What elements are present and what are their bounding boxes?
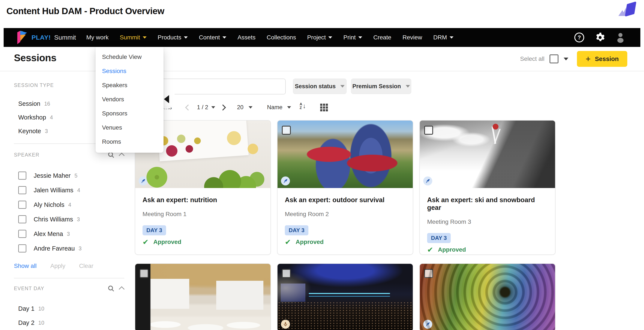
count-badge: 10 [38,320,44,326]
card-title: Ask an expert: outdoor survival [285,196,406,204]
speaker-item[interactable]: Aly Nichols 4 [14,197,124,212]
window-title: Content Hub DAM - Product Overview [6,6,164,16]
menu-item-schedule-view[interactable]: Schedule View [96,50,164,64]
card-image [420,121,555,188]
speaker-checkbox[interactable] [18,244,26,253]
speaker-checkbox[interactable] [18,201,26,209]
next-page-icon[interactable] [220,104,226,110]
speaker-item[interactable]: Alex Mena 3 [14,227,124,241]
prev-page-icon[interactable] [185,104,191,110]
add-session-label: Session [595,55,619,62]
content-hub-logo-icon [616,1,638,26]
filter-item-day1[interactable]: Day 1 10 [14,302,124,316]
filter-item-day2[interactable]: Day 2 10 [14,316,124,330]
speaker-checkbox[interactable] [18,215,26,223]
nav-item-products[interactable]: Products [158,34,188,41]
approved-check-icon [427,246,433,253]
search-icon[interactable] [107,285,115,292]
menu-item-sessions[interactable]: Sessions [96,64,164,78]
show-all-link[interactable]: Show all [14,263,37,269]
nav-item-print[interactable]: Print [343,34,362,41]
card-checkbox[interactable] [282,126,291,135]
count-badge: 3 [45,128,48,134]
nav-item-review[interactable]: Review [402,34,422,41]
nav-item-summit[interactable]: Summit [120,34,146,41]
speaker-checkbox[interactable] [18,186,26,194]
card-checkbox[interactable] [282,269,291,278]
count-badge: 4 [68,202,71,208]
session-card[interactable]: Ask an expert: outdoor survival Meeting … [277,120,413,255]
nav-item-create[interactable]: Create [373,34,391,41]
status-row: Approved [427,246,548,253]
add-session-button[interactable]: + Session [577,51,627,67]
session-card[interactable]: Ask an expert: ski and snowboard gear Me… [420,120,556,255]
chevron-up-icon[interactable] [119,286,124,292]
speaker-checkbox[interactable] [18,172,26,180]
session-card[interactable] [135,263,271,330]
speaker-item[interactable]: Andre Favreau 3 [14,241,124,256]
summit-dropdown-menu: Schedule View Sessions Speakers Vendors … [96,47,164,153]
card-room: Meeting Room 1 [142,211,263,218]
menu-item-rooms[interactable]: Rooms [96,135,164,149]
nav-item-my-work[interactable]: My work [86,34,108,41]
triangle-left-icon [164,95,169,103]
speaker-label: SPEAKER [14,152,40,158]
event-day-label: EVENT DAY [14,286,44,292]
nav-item-assets[interactable]: Assets [238,34,256,41]
speaker-item[interactable]: Jalen Williams 4 [14,183,124,197]
status-row: Approved [142,238,263,246]
session-card[interactable] [420,263,556,330]
session-card-grid: Ask an expert: nutrition Meeting Room 1 … [135,120,556,330]
speaker-item[interactable]: Jessie Maher 5 [14,168,124,183]
feather-badge [281,176,290,185]
status-badge: Approved [154,239,182,245]
user-profile-icon[interactable] [616,32,625,43]
menu-item-vendors[interactable]: Vendors [96,92,164,106]
menu-item-sponsors[interactable]: Sponsors [96,106,164,121]
speaker-item[interactable]: Chris Williams 3 [14,212,124,227]
card-body: Ask an expert: nutrition Meeting Room 1 … [135,188,270,254]
nav-items: My work Summit Products Content Assets C… [86,34,453,41]
speaker-checkbox[interactable] [18,230,26,238]
nav-icon-group: ? [574,32,625,43]
select-all-checkbox[interactable] [550,54,558,63]
nav-item-content[interactable]: Content [199,34,226,41]
card-checkbox[interactable] [424,269,433,278]
nav-item-collections[interactable]: Collections [266,34,296,41]
chevron-down-icon [406,85,410,88]
main-nav: PLAY! Summit My work Summit Products Con… [4,28,640,47]
page-size-selector[interactable]: 20 [237,104,252,111]
apply-link: Apply [50,263,65,269]
card-checkbox[interactable] [424,126,433,135]
nav-item-drm[interactable]: DRM [433,34,454,41]
settings-gear-icon[interactable] [595,32,605,42]
premium-session-filter[interactable]: Premium Session [351,79,411,94]
card-body: Ask an expert: outdoor survival Meeting … [278,188,413,254]
chevron-down-icon [287,106,291,109]
sort-direction-icon[interactable]: AZ ↓ [300,102,306,110]
brand-summit-text: Summit [54,34,76,41]
menu-item-venues[interactable]: Venues [96,121,164,135]
grid-view-icon[interactable] [320,104,328,111]
card-checkbox[interactable] [140,269,148,278]
menu-item-speakers[interactable]: Speakers [96,78,164,92]
page-selector[interactable]: 1 / 2 [197,104,215,111]
session-card[interactable] [277,263,413,330]
chevron-up-icon[interactable] [119,152,124,158]
card-image [278,121,413,188]
chevron-down-icon [184,36,188,38]
document-header: Content Hub DAM - Product Overview [0,0,644,28]
chevron-down-icon [450,36,454,38]
select-all-caret-icon[interactable] [564,58,568,60]
count-badge: 16 [44,101,50,107]
nav-item-project[interactable]: Project [307,34,332,41]
page-title: Sessions [14,52,56,64]
session-status-filter[interactable]: Session status [293,79,346,94]
help-icon[interactable]: ? [574,32,584,42]
brand-logo[interactable]: PLAY! Summit [17,30,76,45]
chevron-down-icon [328,36,332,38]
count-badge: 5 [74,173,77,179]
clear-link: Clear [79,263,94,269]
sort-by-selector[interactable]: Name [267,104,291,111]
plus-icon: + [586,55,590,63]
